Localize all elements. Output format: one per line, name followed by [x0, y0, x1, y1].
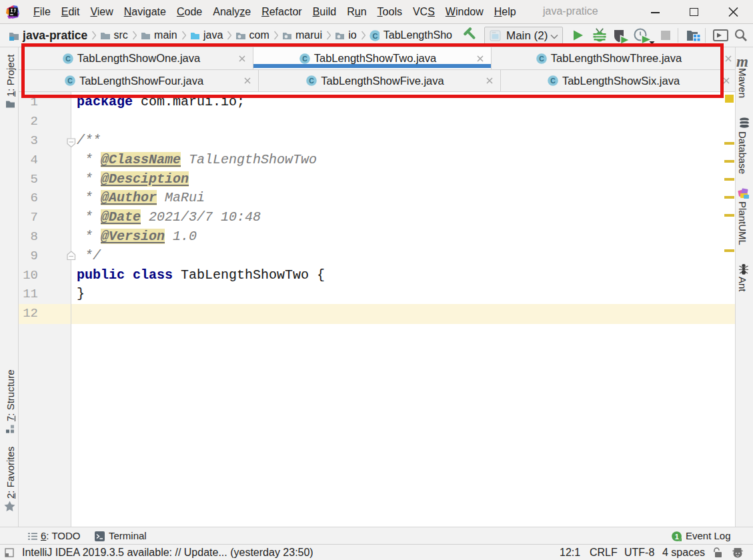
svg-text:1: 1: [675, 533, 679, 541]
svg-text:C: C: [372, 31, 378, 39]
